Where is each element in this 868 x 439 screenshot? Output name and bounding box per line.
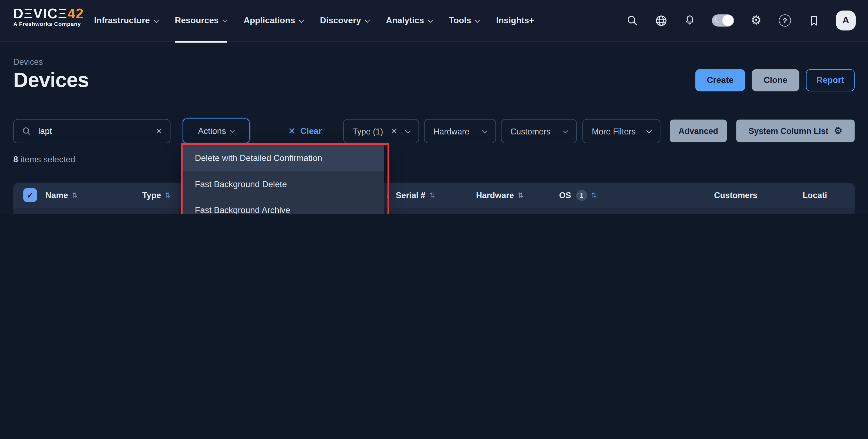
nav-item-resources[interactable]: Resources <box>175 0 227 43</box>
notifications-bell-icon[interactable] <box>683 14 696 27</box>
nav-item-label: Tools <box>449 15 471 25</box>
cell-type: physical <box>142 208 172 214</box>
filter-chip-hardware[interactable]: Hardware <box>424 119 496 144</box>
chevron-down-icon <box>482 128 487 133</box>
nav-item-analytics[interactable]: Analytics <box>386 0 432 41</box>
actions-dropdown-button[interactable]: Actions <box>183 119 250 144</box>
column-header-os[interactable]: OS1 <box>559 183 597 207</box>
advanced-button[interactable]: Advanced <box>670 120 727 142</box>
nav-item-label: Infrastructure <box>94 15 150 25</box>
cell-customers: ABC, Inc. <box>714 208 749 214</box>
help-icon[interactable]: ? <box>778 14 792 27</box>
clear-label: Clear <box>300 126 322 136</box>
column-header-serial[interactable]: Serial # <box>396 183 435 207</box>
moon-icon: ☾ <box>714 15 720 23</box>
cell-location: CT - N <box>803 208 836 214</box>
nav-item-label: Insights+ <box>496 15 534 25</box>
chevron-down-icon <box>646 128 652 133</box>
cell-name[interactable]: HM DH Laptop <box>45 208 100 214</box>
column-header-name[interactable]: Name <box>45 183 78 207</box>
search-input-icon <box>22 126 32 136</box>
page-title: Devices <box>13 69 89 92</box>
filter-chip-label: Type (1) <box>353 126 383 136</box>
chevron-down-icon <box>475 17 480 23</box>
globe-icon[interactable] <box>654 14 668 27</box>
column-header-location[interactable]: Locati <box>803 183 827 207</box>
filter-chip-type-1-[interactable]: Type (1)✕ <box>343 119 419 144</box>
brand-42: 42 <box>67 5 84 21</box>
filter-chip-label: Customers <box>510 126 551 136</box>
nav-item-infrastructure[interactable]: Infrastructure <box>94 0 158 41</box>
filter-chip-label: More Filters <box>592 126 636 136</box>
top-navigation-bar: DΞVICΞ42 A Freshworks Company Infrastruc… <box>0 0 868 41</box>
clear-x-icon: ✕ <box>288 126 296 136</box>
column-header-type[interactable]: Type <box>142 183 171 207</box>
bookmark-icon[interactable] <box>807 14 820 27</box>
device42-logo[interactable]: DΞVICΞ42 A Freshworks Company <box>13 6 84 27</box>
page-action-buttons: Create Clone Report <box>695 69 855 91</box>
selection-summary: 8 items selected <box>13 154 75 164</box>
os-sort-order-badge: 1 <box>576 190 587 200</box>
menu-item-fast-background-archive[interactable]: Fast Background Archive <box>183 197 384 214</box>
nav-item-applications[interactable]: Applications <box>244 0 303 41</box>
menu-item-fast-background-delete[interactable]: Fast Background Delete <box>183 171 384 197</box>
chevron-down-icon <box>153 17 159 23</box>
search-box[interactable]: ✕ <box>13 119 170 144</box>
toggle-knob <box>722 15 734 26</box>
chevron-down-icon <box>299 17 304 23</box>
filter-clear-icon[interactable]: ✕ <box>391 127 397 135</box>
nav-item-label: Resources <box>175 15 218 25</box>
chevron-down-icon <box>365 17 370 23</box>
nav-item-label: Applications <box>244 15 295 25</box>
table-body: HM DH LaptopphysicalMacBookPro12,1Mac OS… <box>13 208 855 214</box>
cell-os[interactable]: Mac OS X <box>559 208 597 214</box>
breadcrumb[interactable]: Devices <box>13 57 43 66</box>
filter-chip-label: Hardware <box>433 126 469 136</box>
menu-item-delete-with-detailed-confirmation[interactable]: Delete with Detailed Confirmation <box>183 145 384 171</box>
user-avatar[interactable]: A <box>836 10 856 31</box>
actions-label: Actions <box>198 126 226 136</box>
actions-dropdown-menu: Delete with Detailed ConfirmationFast Ba… <box>183 145 384 214</box>
column-header-hardware[interactable]: Hardware <box>476 183 524 207</box>
brand-subtitle: A Freshworks Company <box>13 21 84 27</box>
filter-chip-more-filters[interactable]: More Filters <box>582 119 660 144</box>
dark-mode-toggle[interactable]: ☾ <box>712 14 734 27</box>
nav-item-label: Analytics <box>386 15 424 25</box>
table-row: HM DH LaptopphysicalMacBookPro12,1Mac OS… <box>13 208 855 214</box>
brand-text: DΞVICΞ42 <box>13 6 84 21</box>
cell-hardware[interactable]: MacBookPro12,1 <box>476 208 540 214</box>
chevron-down-icon <box>230 127 235 133</box>
hidden-column-sort-icon <box>386 183 390 207</box>
chevron-down-icon <box>563 128 568 133</box>
nav-item-insights-[interactable]: Insights+ <box>496 0 534 41</box>
nav-right-icons: ☾ ⚙ ? A <box>625 0 856 41</box>
column-gear-icon: ⚙ <box>834 125 842 136</box>
search-icon[interactable] <box>625 14 639 27</box>
main-menu: InfrastructureResourcesApplicationsDisco… <box>94 0 534 41</box>
nav-item-discovery[interactable]: Discovery <box>320 0 369 41</box>
clone-button[interactable]: Clone <box>752 69 799 91</box>
clear-filters-link[interactable]: ✕ Clear <box>288 119 322 144</box>
system-column-list-button[interactable]: System Column List⚙ <box>736 120 855 142</box>
nav-item-label: Discovery <box>320 15 361 25</box>
chevron-down-icon <box>405 128 410 133</box>
column-header-customers[interactable]: Customers <box>714 183 757 207</box>
chevron-down-icon <box>428 17 433 23</box>
device42-app: DΞVICΞ42 A Freshworks Company Infrastruc… <box>0 0 868 214</box>
search-input[interactable] <box>37 126 156 136</box>
report-button[interactable]: Report <box>806 69 855 91</box>
devices-table: Name Type Serial # Hardware OS1 Customer… <box>13 183 855 214</box>
search-clear-icon[interactable]: ✕ <box>156 127 162 135</box>
select-all-checkbox[interactable] <box>23 188 37 202</box>
table-header-row: Name Type Serial # Hardware OS1 Customer… <box>13 183 855 207</box>
settings-gear-icon[interactable]: ⚙ <box>749 14 763 27</box>
nav-item-tools[interactable]: Tools <box>449 0 479 41</box>
chevron-down-icon <box>222 17 228 23</box>
create-button[interactable]: Create <box>695 69 745 91</box>
row-actions-menu-button[interactable] <box>839 208 851 214</box>
filter-chip-customers[interactable]: Customers <box>501 119 577 144</box>
